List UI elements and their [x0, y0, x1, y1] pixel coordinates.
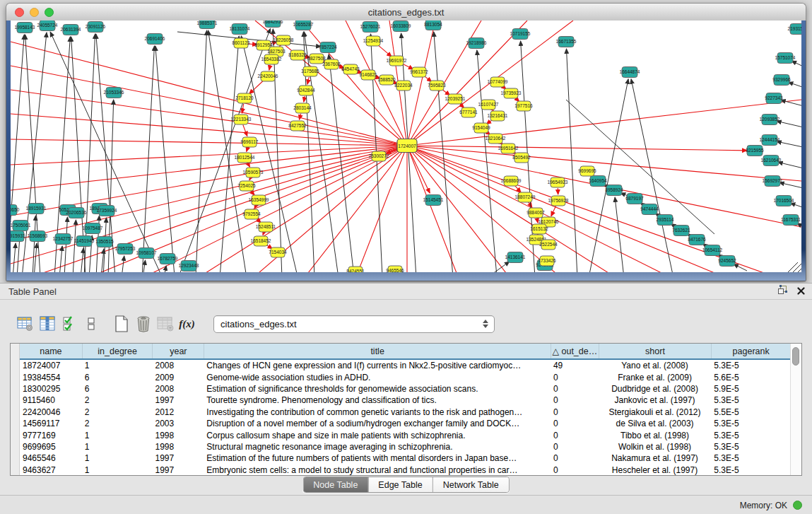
graph-node[interactable]: 15751074: [775, 53, 796, 64]
table-cell[interactable]: Structural magnetic resonance image aver…: [204, 442, 551, 452]
window-titlebar[interactable]: citations_edges.txt: [6, 3, 806, 21]
table-cell[interactable]: 1997: [153, 453, 204, 463]
graph-node[interactable]: 8958924: [605, 185, 623, 196]
graph-node[interactable]: 21931505: [788, 24, 801, 35]
close-panel-icon[interactable]: [797, 285, 805, 298]
graph-node[interactable]: 6777141: [459, 107, 478, 117]
table-cell[interactable]: 1: [82, 361, 153, 370]
graph-node[interactable]: 7632621: [672, 226, 690, 236]
graph-node[interactable]: 16842916: [263, 21, 283, 28]
graph-node[interactable]: 10975487: [83, 223, 103, 234]
table-cell[interactable]: Stergiakouli et al. (2012): [599, 407, 712, 417]
graph-node[interactable]: 1977516: [514, 101, 533, 111]
table-row[interactable]: 1872400712008Changes of HCN gene express…: [20, 360, 790, 371]
graph-node[interactable]: 1733426: [538, 256, 556, 266]
graph-node[interactable]: 17505061: [11, 221, 31, 231]
graph-node[interactable]: 16782759: [158, 254, 178, 264]
table-cell[interactable]: 49: [551, 361, 599, 370]
graph-node[interactable]: 9329966: [772, 75, 791, 86]
table-row[interactable]: 2242004622012Investigating the contribut…: [20, 407, 790, 418]
graph-node[interactable]: 18915931: [26, 204, 47, 214]
graph-node[interactable]: 10655287: [293, 21, 314, 30]
network-table-select[interactable]: citations_edges.txt: [213, 315, 495, 333]
graph-node[interactable]: 22420046: [258, 71, 278, 81]
graph-node[interactable]: 16951642: [498, 144, 519, 153]
graph-node[interactable]: 9961372: [410, 67, 428, 77]
table-cell[interactable]: 1997: [153, 465, 204, 475]
graph-node[interactable]: 8813054: [424, 21, 442, 30]
graph-node[interactable]: 11675311: [781, 215, 801, 226]
table-cell[interactable]: 0: [551, 419, 599, 428]
graph-node[interactable]: 9227343: [765, 93, 783, 104]
graph-node[interactable]: 10688609: [501, 176, 522, 186]
table-cell[interactable]: Wolkin et al. (1998): [599, 442, 712, 452]
float-panel-icon[interactable]: [777, 285, 787, 298]
table-cell[interactable]: 14569117: [20, 419, 82, 428]
graph-node[interactable]: 9696117: [241, 137, 259, 147]
graph-node[interactable]: 16107427: [478, 100, 499, 110]
table-cell[interactable]: Jankovic et al. (1997): [599, 395, 712, 405]
table-cell[interactable]: 2: [82, 395, 153, 405]
graph-node[interactable]: 10590573: [243, 168, 264, 177]
table-cell[interactable]: Tourette syndrome. Phenomenology and cla…: [204, 395, 551, 405]
graph-node[interactable]: 18807249: [515, 192, 536, 202]
citation-network-graph[interactable]: 1995814324055724206313942309112620691406…: [11, 21, 801, 272]
graph-node[interactable]: 8186328: [288, 50, 307, 60]
table-vertical-scrollbar[interactable]: [790, 344, 801, 475]
graph-node[interactable]: 19958143: [15, 23, 35, 33]
select-column-icon[interactable]: [36, 313, 58, 335]
table-cell[interactable]: 1: [82, 465, 153, 475]
table-row[interactable]: 1830029562008Estimation of significance …: [20, 383, 790, 395]
graph-node[interactable]: 20691406: [145, 34, 165, 45]
table-cell[interactable]: 22420046: [20, 407, 82, 417]
graph-node[interactable]: 13216431: [488, 111, 508, 121]
graph-node[interactable]: 16644874: [620, 67, 640, 78]
table-cell[interactable]: 1: [82, 453, 153, 463]
table-cell[interactable]: 0: [551, 407, 599, 417]
graph-node[interactable]: 8222034: [394, 81, 413, 90]
graph-node[interactable]: 19735923: [501, 88, 522, 98]
table-cell[interactable]: 2012: [153, 407, 204, 417]
graph-node[interactable]: 15248511: [256, 222, 276, 232]
graph-node[interactable]: 1350515: [95, 237, 114, 247]
graph-node[interactable]: 18012544: [235, 153, 255, 163]
table-row[interactable]: 1456911722003Disruption of a novel membe…: [20, 418, 790, 429]
graph-node[interactable]: 17359924: [97, 206, 117, 216]
graph-node[interactable]: 19885371: [197, 21, 218, 29]
graph-node[interactable]: 3915931: [11, 231, 25, 242]
table-cell[interactable]: 18724007: [20, 361, 82, 370]
graph-node[interactable]: 16354999: [249, 195, 269, 205]
table-row[interactable]: 1938455462009Genome-wide association stu…: [20, 371, 790, 382]
function-builder-icon[interactable]: f(x): [176, 313, 198, 335]
graph-node[interactable]: 7857224: [319, 42, 337, 53]
graph-node[interactable]: 12093852: [760, 115, 780, 125]
table-cell[interactable]: Embryonic stem cells: a model to study s…: [204, 465, 551, 475]
graph-node[interactable]: 11254934: [363, 36, 384, 46]
table-cell[interactable]: Franke et al. (2009): [599, 373, 712, 382]
network-canvas[interactable]: 1995814324055724206313942309112620691406…: [11, 21, 801, 272]
table-cell[interactable]: Investigating the contribution of common…: [204, 407, 551, 417]
graph-node[interactable]: 21053346: [104, 88, 124, 98]
table-cell[interactable]: 5.3E-5: [711, 465, 790, 475]
graph-node[interactable]: 10654112: [702, 245, 723, 256]
table-cell[interactable]: 2: [82, 407, 153, 417]
scrollbar-thumb[interactable]: [792, 347, 799, 366]
table-cell[interactable]: 5.5E-5: [711, 407, 790, 417]
table-cell[interactable]: 0: [551, 442, 599, 452]
graph-node[interactable]: 16671355: [556, 37, 577, 47]
graph-node[interactable]: 9884067: [526, 208, 545, 218]
delete-trash-icon[interactable]: [132, 313, 154, 335]
table-cell[interactable]: 0: [551, 453, 599, 463]
table-cell[interactable]: 5.3E-5: [711, 419, 790, 428]
graph-node[interactable]: 2935114: [657, 215, 674, 226]
graph-node[interactable]: 18131074: [230, 24, 250, 35]
graph-node[interactable]: 7154034: [269, 247, 287, 257]
graph-node[interactable]: 10958107: [136, 248, 157, 259]
table-cell[interactable]: 9115460: [20, 395, 82, 405]
graph-node[interactable]: 12444154: [760, 135, 780, 146]
graph-node[interactable]: 20631394: [61, 25, 81, 35]
table-cell[interactable]: 0: [551, 431, 599, 440]
table-cell[interactable]: 1: [82, 442, 153, 452]
table-cell[interactable]: Estimation of significance thresholds fo…: [204, 384, 551, 394]
graph-node[interactable]: 2718120: [235, 93, 254, 103]
